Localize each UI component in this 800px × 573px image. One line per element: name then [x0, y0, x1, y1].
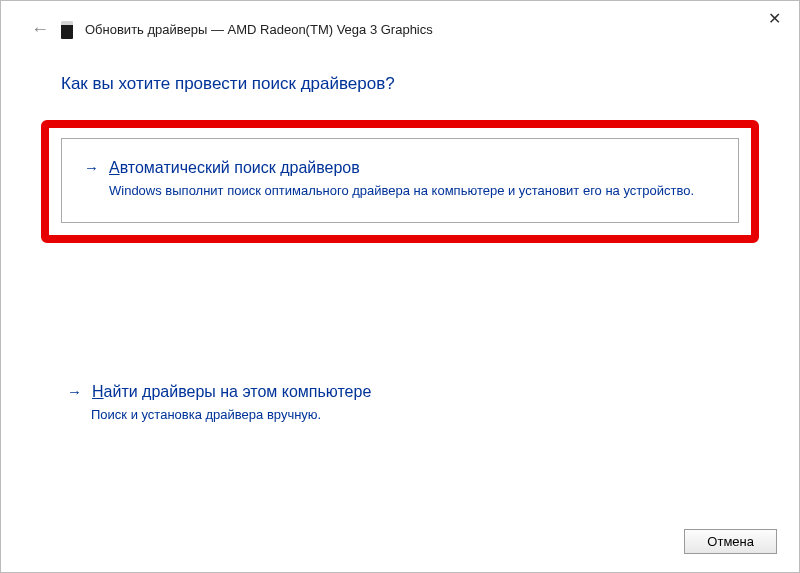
page-heading: Как вы хотите провести поиск драйверов? — [1, 40, 799, 94]
device-icon — [61, 21, 73, 39]
window-title: Обновить драйверы — AMD Radeon(TM) Vega … — [85, 22, 433, 37]
highlight-border: → Автоматический поиск драйверов Windows… — [41, 120, 759, 243]
window-header: ← Обновить драйверы — AMD Radeon(TM) Veg… — [1, 1, 799, 40]
footer: Отмена — [684, 529, 777, 554]
option-manual-search[interactable]: → Найти драйверы на этом компьютере Поис… — [41, 383, 759, 422]
option-auto-search[interactable]: → Автоматический поиск драйверов Windows… — [61, 138, 739, 223]
close-icon[interactable]: ✕ — [768, 9, 781, 28]
option-auto-title: Автоматический поиск драйверов — [109, 159, 360, 177]
arrow-right-icon: → — [67, 383, 82, 400]
cancel-button[interactable]: Отмена — [684, 529, 777, 554]
back-arrow-icon[interactable]: ← — [31, 19, 49, 40]
options-area: → Автоматический поиск драйверов Windows… — [1, 120, 799, 422]
arrow-right-icon: → — [84, 159, 99, 176]
option-manual-description: Поиск и установка драйвера вручную. — [91, 407, 759, 422]
option-auto-description: Windows выполнит поиск оптимального драй… — [109, 183, 716, 198]
update-drivers-window: ✕ ← Обновить драйверы — AMD Radeon(TM) V… — [0, 0, 800, 573]
option-manual-title: Найти драйверы на этом компьютере — [92, 383, 371, 401]
